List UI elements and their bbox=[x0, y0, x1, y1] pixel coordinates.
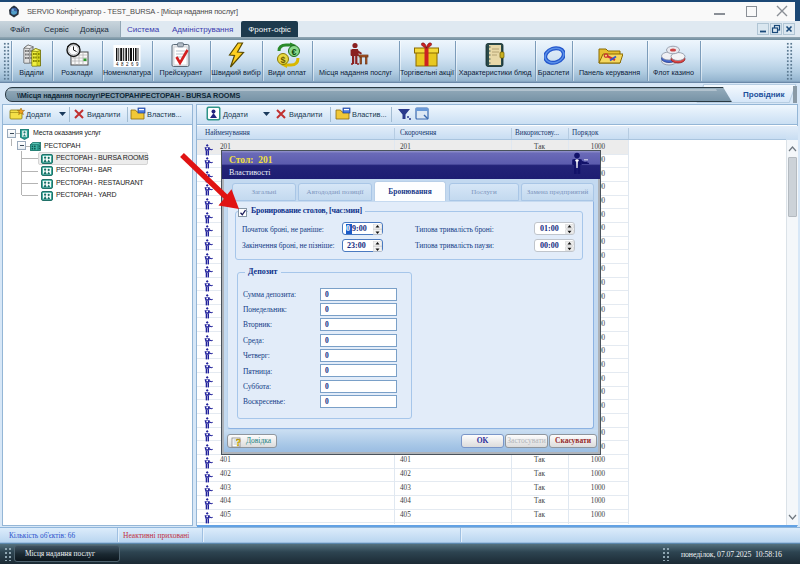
svg-text:€: € bbox=[292, 47, 297, 57]
svg-text:$: $ bbox=[281, 55, 286, 65]
svg-text:?: ? bbox=[236, 437, 241, 448]
